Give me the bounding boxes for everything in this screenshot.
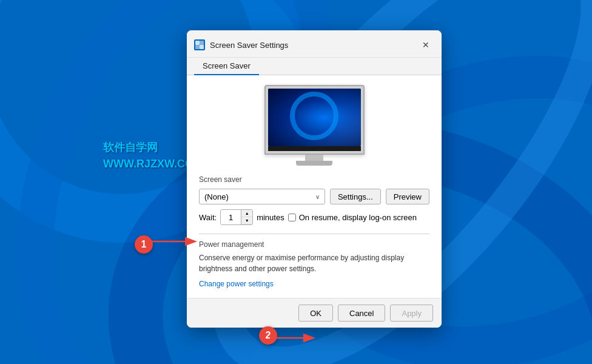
change-power-settings-link[interactable]: Change power settings [199, 280, 274, 288]
title-bar: Screen Saver Settings ✕ [187, 30, 442, 58]
resume-checkbox-wrap: On resume, display log-on screen [288, 213, 417, 222]
monitor-screen [268, 89, 361, 146]
wait-label: Wait: [199, 213, 217, 222]
resume-checkbox[interactable] [288, 214, 296, 221]
monitor-stand-base [296, 161, 332, 166]
wait-row: Wait: ▲ ▼ minutes On resume, display log… [199, 209, 429, 225]
ok-button[interactable]: OK [298, 305, 333, 322]
power-section-label: Power management [199, 240, 429, 249]
svg-rect-8 [200, 45, 204, 49]
tab-screensaver[interactable]: Screen Saver [194, 58, 259, 75]
dialog-wrapper: Screen Saver Settings ✕ Screen Saver [0, 0, 592, 364]
title-bar-left: Screen Saver Settings [194, 39, 288, 50]
monitor-body [264, 85, 365, 155]
wait-input[interactable] [221, 210, 241, 224]
dialog-content: Screen saver (None) ∨ Settings... Previe… [187, 75, 442, 298]
monitor-stand-top [305, 155, 323, 161]
screensaver-row: (None) ∨ Settings... Preview [199, 189, 429, 204]
spinner-arrows: ▲ ▼ [241, 210, 252, 224]
resume-label: On resume, display log-on screen [299, 213, 417, 222]
settings-button[interactable]: Settings... [330, 189, 381, 204]
monitor-preview [264, 85, 365, 166]
screen-saver-dialog: Screen Saver Settings ✕ Screen Saver [187, 30, 442, 328]
divider [199, 234, 429, 234]
dropdown-value: (None) [204, 192, 229, 201]
arrow-1 [115, 224, 200, 255]
dialog-title: Screen Saver Settings [210, 41, 288, 50]
spinner-up-button[interactable]: ▲ [241, 210, 252, 217]
preview-button[interactable]: Preview [386, 189, 429, 204]
dialog-icon [194, 39, 205, 50]
minutes-label: minutes [257, 213, 284, 222]
spinner-down-button[interactable]: ▼ [241, 217, 252, 224]
desktop: 软件自学网 WWW.RJZXW.COM 1 2 [0, 0, 592, 364]
cancel-button[interactable]: Cancel [338, 305, 385, 322]
svg-rect-6 [200, 41, 204, 45]
screensaver-section-label: Screen saver [199, 175, 429, 184]
svg-rect-5 [195, 41, 200, 45]
tab-bar: Screen Saver [187, 58, 442, 75]
apply-button[interactable]: Apply [390, 305, 433, 322]
screen-swirl-shape [290, 92, 338, 140]
dropdown-arrow-icon: ∨ [315, 194, 320, 200]
arrow-2 [237, 329, 321, 347]
svg-rect-7 [195, 45, 200, 49]
dialog-footer: OK Cancel Apply [187, 298, 442, 328]
power-description: Conserve energy or maximise performance … [199, 252, 429, 274]
wait-spinner[interactable]: ▲ ▼ [220, 209, 253, 225]
monitor-preview-wrap [199, 85, 429, 166]
monitor-taskbar [268, 146, 361, 151]
close-button[interactable]: ✕ [417, 36, 434, 53]
screensaver-dropdown[interactable]: (None) ∨ [199, 189, 325, 204]
